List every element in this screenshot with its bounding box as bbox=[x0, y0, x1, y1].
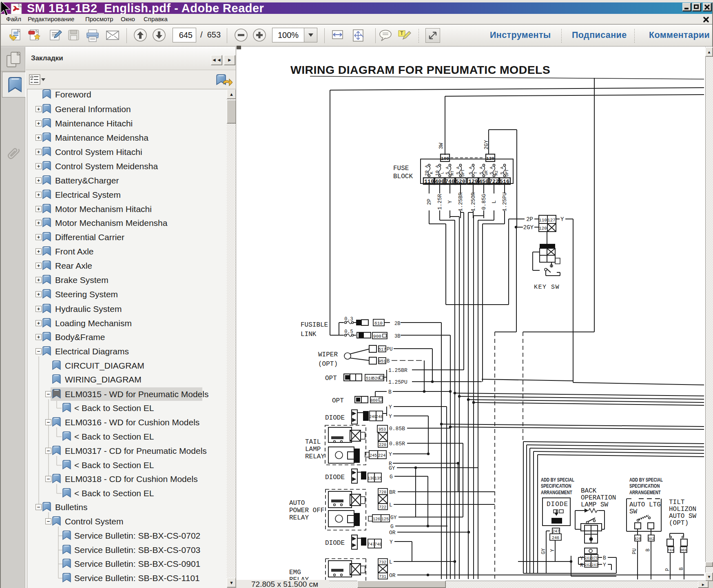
svg-text:Y: Y bbox=[389, 451, 392, 458]
svg-text:3W: 3W bbox=[438, 143, 444, 149]
svg-text:126: 126 bbox=[373, 517, 380, 522]
svg-text:1.25PU: 1.25PU bbox=[388, 379, 407, 385]
svg-text:740: 740 bbox=[445, 179, 455, 185]
svg-text:B: B bbox=[603, 555, 606, 561]
svg-text:731: 731 bbox=[379, 575, 386, 579]
svg-text:WIRING DIAGRAM FOR PNEUMATIC M: WIRING DIAGRAM FOR PNEUMATIC MODELS bbox=[290, 63, 550, 76]
svg-text:129: 129 bbox=[468, 179, 478, 185]
svg-text:1.25BR: 1.25BR bbox=[388, 367, 407, 374]
svg-text:5 A: 5 A bbox=[479, 166, 484, 175]
svg-text:L: L bbox=[389, 502, 392, 508]
svg-text:125: 125 bbox=[381, 517, 389, 522]
svg-text:RELAY: RELAY bbox=[305, 453, 325, 460]
svg-text:K: K bbox=[430, 172, 434, 174]
svg-text:744: 744 bbox=[667, 548, 674, 553]
svg-text:20 A: 20 A bbox=[424, 165, 429, 176]
svg-text:(OPT): (OPT) bbox=[318, 360, 338, 368]
svg-text:420: 420 bbox=[634, 537, 641, 541]
svg-text:GY: GY bbox=[389, 465, 395, 471]
svg-text:LAMP SW: LAMP SW bbox=[581, 501, 609, 508]
svg-text:2P: 2P bbox=[426, 199, 432, 205]
svg-text:241: 241 bbox=[585, 556, 591, 560]
svg-text:DIODE: DIODE bbox=[325, 539, 345, 547]
svg-text:860: 860 bbox=[370, 398, 378, 403]
svg-text:OPERATION: OPERATION bbox=[581, 494, 616, 502]
svg-text:Y: Y bbox=[560, 216, 564, 223]
svg-text:AUTO LTG: AUTO LTG bbox=[629, 501, 661, 508]
svg-text:1.25PU: 1.25PU bbox=[502, 192, 508, 212]
svg-text:R: R bbox=[580, 562, 583, 568]
svg-text:HOLIZON: HOLIZON bbox=[669, 506, 696, 513]
svg-text:SPECIFICATION: SPECIFICATION bbox=[541, 483, 571, 489]
svg-text:RELAY: RELAY bbox=[289, 514, 309, 522]
svg-text:722: 722 bbox=[379, 505, 386, 510]
svg-text:100: 100 bbox=[441, 156, 449, 161]
svg-text:Y: Y bbox=[447, 200, 453, 203]
svg-text:0.85B: 0.85B bbox=[389, 426, 405, 432]
svg-text:DIODE: DIODE bbox=[547, 501, 568, 508]
svg-text:110: 110 bbox=[539, 218, 547, 223]
svg-text:TAIL: TAIL bbox=[305, 438, 321, 446]
svg-text:UR: UR bbox=[484, 170, 489, 175]
svg-text:110: 110 bbox=[424, 179, 434, 185]
svg-text:MT: MT bbox=[450, 170, 455, 175]
svg-text:Y: Y bbox=[580, 555, 583, 561]
svg-text:120: 120 bbox=[486, 156, 494, 161]
svg-text:GY: GY bbox=[390, 515, 397, 521]
svg-text:953: 953 bbox=[379, 427, 386, 432]
svg-text:LINK: LINK bbox=[301, 331, 317, 338]
svg-text:OPT: OPT bbox=[332, 397, 344, 405]
svg-text:SPECIFICATION: SPECIFICATION bbox=[629, 483, 660, 489]
svg-text:OPT: OPT bbox=[505, 169, 509, 177]
svg-text:PU: PU bbox=[387, 347, 392, 352]
svg-text:OR: OR bbox=[389, 530, 396, 536]
svg-text:L: L bbox=[491, 200, 497, 203]
svg-text:L: L bbox=[389, 559, 392, 565]
svg-text:1.25BR: 1.25BR bbox=[458, 192, 464, 211]
svg-text:247: 247 bbox=[552, 529, 560, 534]
svg-text:BR: BR bbox=[389, 489, 396, 495]
svg-text:SW: SW bbox=[629, 508, 638, 515]
svg-text:220: 220 bbox=[379, 443, 386, 447]
svg-text:130: 130 bbox=[368, 476, 375, 481]
svg-text:120: 120 bbox=[539, 226, 547, 231]
svg-text:B: B bbox=[679, 567, 684, 570]
svg-text:242: 242 bbox=[585, 563, 591, 567]
svg-text:OPT: OPT bbox=[325, 375, 337, 382]
svg-text:1.25R: 1.25R bbox=[437, 194, 443, 210]
svg-text:(OPT): (OPT) bbox=[669, 519, 689, 527]
svg-text:BLOCK: BLOCK bbox=[393, 173, 413, 180]
svg-text:ARRANGEMENT: ARRANGEMENT bbox=[629, 490, 661, 495]
svg-text:BACK: BACK bbox=[581, 487, 597, 495]
svg-text:T: T bbox=[400, 31, 403, 36]
svg-text:2B: 2B bbox=[394, 321, 400, 327]
svg-text:982: 982 bbox=[648, 537, 654, 541]
svg-text:5 A: 5 A bbox=[489, 166, 494, 175]
svg-text:M2: M2 bbox=[494, 170, 499, 175]
svg-text:732: 732 bbox=[379, 560, 386, 565]
svg-text:5 A: 5 A bbox=[468, 166, 473, 175]
svg-text:243: 243 bbox=[591, 563, 598, 567]
svg-text:2GY: 2GY bbox=[523, 224, 534, 231]
svg-text:PU: PU bbox=[632, 548, 638, 554]
svg-text:B: B bbox=[645, 548, 651, 551]
svg-text:Y: Y bbox=[390, 539, 393, 545]
svg-text:951: 951 bbox=[379, 359, 386, 364]
svg-text:AUTO SW: AUTO SW bbox=[669, 513, 697, 520]
svg-text:G: G bbox=[390, 474, 393, 480]
svg-text:127: 127 bbox=[547, 218, 556, 223]
svg-text:0.85R: 0.85R bbox=[389, 441, 405, 447]
svg-text:246: 246 bbox=[552, 536, 559, 540]
svg-text:0.85G: 0.85G bbox=[481, 194, 487, 210]
svg-text:1.25OR: 1.25OR bbox=[470, 192, 476, 211]
svg-text:P: P bbox=[665, 568, 671, 571]
svg-text:B: B bbox=[388, 389, 392, 395]
svg-text:3B: 3B bbox=[394, 334, 400, 339]
svg-text:ADD BY SPECIAL: ADD BY SPECIAL bbox=[541, 477, 574, 482]
svg-text:DIODE: DIODE bbox=[325, 414, 345, 422]
svg-text:EMG: EMG bbox=[289, 569, 301, 576]
svg-text:747: 747 bbox=[368, 542, 375, 547]
svg-text:517: 517 bbox=[379, 347, 386, 352]
svg-text:Y: Y bbox=[550, 549, 556, 552]
svg-text:975: 975 bbox=[591, 556, 598, 560]
